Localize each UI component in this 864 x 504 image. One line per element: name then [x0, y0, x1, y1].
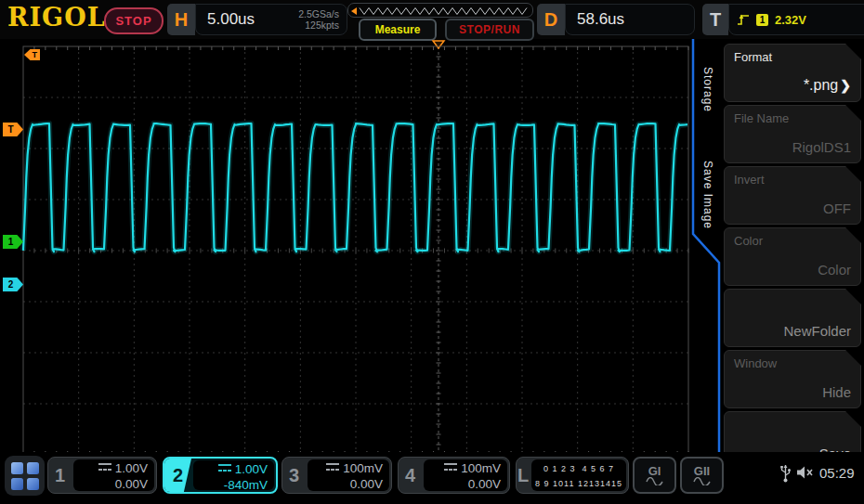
menu-item-value: OFF: [823, 200, 851, 216]
delay-widget[interactable]: D 58.6us: [537, 4, 695, 35]
waveform-display: [23, 46, 688, 455]
trigger-level-value: 2.32V: [775, 13, 806, 27]
menu-item-new-folder[interactable]: NewFolder: [724, 289, 861, 347]
dc-coupling-icon: [98, 463, 111, 472]
horizontal-label: H: [167, 4, 195, 35]
zigzag-waveform-icon: [348, 6, 530, 17]
logic-row-2: 8 9 1011 12131415: [535, 476, 622, 491]
generator2-box[interactable]: GII: [680, 457, 724, 494]
logic-label: L: [517, 458, 530, 493]
channel-scale: 1.00V: [115, 461, 148, 475]
trigger-level-marker: T: [3, 123, 23, 136]
trigger-source-badge: 1: [756, 14, 768, 26]
logic-channels-box[interactable]: L 0 1 2 3 4 5 6 7 8 9 1011 12131415: [516, 457, 629, 494]
menu-item-value: NewFolder: [783, 323, 851, 339]
channel-number: 4: [399, 458, 422, 493]
channel-offset: 0.00V: [425, 476, 501, 492]
usb-icon: [779, 463, 792, 484]
menu-item-value: RigolDS1: [792, 139, 851, 155]
channel-scale: 100mV: [461, 461, 501, 475]
channel3-box[interactable]: 3 100mV 0.00V: [281, 457, 392, 494]
logic-row-1: 0 1 2 3 4 5 6 7: [535, 461, 622, 476]
channel2-ground-marker: 2: [3, 278, 23, 291]
channel1-box[interactable]: 1 1.00V 0.00V: [47, 457, 157, 494]
channel-number: 1: [48, 458, 72, 493]
menu-grid-icon[interactable]: [5, 456, 45, 496]
tab-save-image[interactable]: Save Image: [694, 147, 714, 243]
dc-coupling-icon: [326, 463, 339, 472]
channel-offset: 0.00V: [75, 476, 148, 492]
generator1-label: GI: [648, 465, 661, 477]
menu-item-format[interactable]: Format *.png❯: [724, 44, 861, 102]
delay-value: 58.6us: [566, 10, 694, 29]
menu-item-value: Color: [818, 262, 851, 278]
channel-number: 3: [282, 458, 306, 493]
sine-icon: [646, 477, 664, 485]
menu-item-value: Hide: [822, 384, 851, 400]
channel-scale: 1.00V: [235, 462, 268, 476]
menu-item-file-name[interactable]: File Name RigolDS1: [724, 105, 861, 163]
memory-position-indicator: [347, 3, 533, 18]
sine-icon: [693, 477, 712, 485]
rising-edge-icon: [737, 13, 750, 26]
tab-storage[interactable]: Storage: [694, 51, 714, 129]
system-clock: 05:29: [819, 465, 855, 481]
delay-label: D: [537, 4, 565, 35]
generator1-box[interactable]: GI: [633, 457, 676, 494]
trigger-label: T: [702, 4, 728, 35]
stop-run-button[interactable]: STOP/RUN: [445, 19, 534, 41]
menu-item-window[interactable]: Window Hide: [724, 350, 861, 408]
sample-rate: 2.5GSa/s: [298, 8, 339, 19]
chevron-right-icon: ❯: [840, 78, 851, 93]
menu-item-label: Invert: [734, 173, 765, 187]
menu-item-value: *.png: [804, 77, 838, 94]
rigol-logo: RIGOL: [7, 3, 106, 32]
dc-coupling-icon: [444, 463, 457, 472]
channel-scale: 100mV: [343, 461, 383, 475]
menu-item-label: File Name: [734, 111, 789, 125]
oscilloscope-screen: RIGOL STOP H 5.00us 2.5GSa/s 125kpts Mea…: [0, 0, 864, 504]
run-state-badge: STOP: [104, 7, 164, 34]
dc-coupling-icon: [218, 464, 231, 473]
acquisition-info: 2.5GSa/s 125kpts: [298, 8, 347, 31]
menu-item-label: Window: [734, 356, 777, 370]
channel-status-bar: 1 1.00V 0.00V 2 1.00V -840mV 3 100mV 0.0…: [0, 452, 864, 504]
menu-item-label: Format: [734, 50, 772, 64]
generator2-label: GII: [694, 465, 710, 477]
channel-number: 2: [164, 459, 191, 492]
horizontal-widget[interactable]: H 5.00us 2.5GSa/s 125kpts: [167, 4, 347, 35]
channel2-box[interactable]: 2 1.00V -840mV: [163, 457, 278, 494]
channel-offset: -840mV: [195, 477, 268, 493]
timebase-value: 5.00us: [196, 10, 298, 29]
channel4-box[interactable]: 4 100mV 0.00V: [398, 457, 510, 494]
memory-depth: 125kpts: [298, 19, 339, 31]
trigger-widget[interactable]: T 1 2.32V N: [702, 4, 864, 35]
menu-item-label: Color: [734, 234, 763, 248]
top-status-bar: RIGOL STOP H 5.00us 2.5GSa/s 125kpts Mea…: [0, 0, 864, 39]
channel-offset: 0.00V: [309, 476, 383, 492]
speaker-muted-icon: [796, 465, 814, 480]
menu-item-color[interactable]: Color Color: [724, 227, 861, 286]
menu-item-invert[interactable]: Invert OFF: [724, 166, 861, 225]
measure-button[interactable]: Measure: [359, 19, 437, 41]
channel1-ground-marker: 1: [3, 235, 23, 249]
